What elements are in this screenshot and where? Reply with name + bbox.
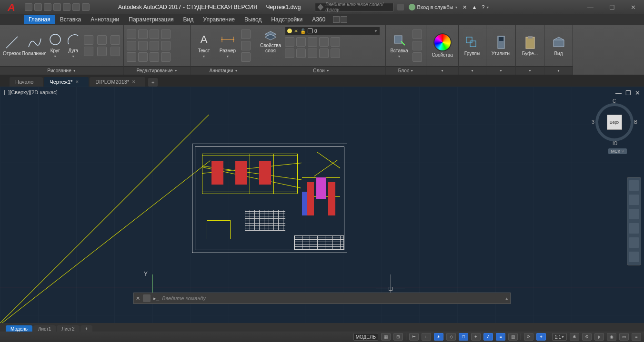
status-dyn-icon[interactable]: + (536, 333, 546, 341)
tool-region-icon[interactable] (111, 47, 120, 56)
tool-fillet-icon[interactable] (150, 41, 159, 50)
status-grid-icon[interactable]: ▦ (381, 333, 391, 341)
panel-utilities-title[interactable]: ▼ (486, 66, 515, 75)
qat-saveas-icon[interactable] (53, 3, 61, 11)
viewcube-west[interactable]: З (592, 119, 594, 125)
qat-open-icon[interactable] (34, 3, 42, 11)
drawing-area[interactable]: [–][Сверху][2D-каркас] — ❐ ✕ (0, 87, 644, 323)
tool-groups[interactable]: Группы (462, 35, 483, 56)
panel-clipboard-title[interactable]: ▼ (516, 66, 544, 75)
vp-minimize-icon[interactable]: — (615, 89, 622, 97)
tool-view-base[interactable]: Вид (548, 35, 569, 56)
tool-stretch-icon[interactable] (127, 52, 136, 62)
command-input[interactable]: Введите команду (162, 295, 503, 301)
status-ortho-icon[interactable]: ∟ (422, 333, 431, 341)
tab-a360[interactable]: A360 (307, 15, 330, 24)
status-clean-icon[interactable]: ▭ (619, 333, 629, 341)
app-menu-button[interactable]: A (2, 0, 21, 17)
tab-manage[interactable]: Управление (198, 15, 240, 24)
qat-redo-icon[interactable] (82, 3, 90, 11)
layer-off-icon[interactable] (285, 37, 294, 47)
status-scale[interactable]: 1:1 ▼ (552, 333, 567, 341)
tool-dimension[interactable]: Размер▼ (217, 32, 238, 59)
tool-create-block-icon[interactable] (413, 29, 422, 39)
tab-view[interactable]: Вид (179, 15, 199, 24)
tool-layer-properties[interactable]: Свойства слоя (260, 27, 281, 53)
tool-line[interactable]: Отрезок (3, 35, 21, 56)
qat-undo-icon[interactable] (72, 3, 80, 11)
panel-view-title[interactable]: ▼ (544, 66, 573, 75)
cmd-history-icon[interactable]: ▴ (505, 295, 508, 302)
qat-new-icon[interactable] (25, 3, 32, 11)
tab-addins[interactable]: Надстройки (266, 15, 307, 24)
tool-paste[interactable]: Буфе... (520, 35, 541, 56)
tool-circle[interactable]: Круг▼ (48, 32, 63, 59)
layer-lock-icon[interactable] (319, 37, 329, 47)
tool-insert-block[interactable]: Вставка▼ (389, 32, 410, 59)
status-lwt-icon[interactable]: ≡ (496, 333, 505, 341)
nav-pan-icon[interactable] (629, 195, 639, 205)
tab-featured-apps[interactable] (333, 16, 340, 23)
status-ws-icon[interactable]: ⚙ (582, 333, 592, 341)
tool-scale-icon[interactable] (138, 52, 148, 62)
tool-attr-icon[interactable] (413, 52, 422, 62)
layer-state-icon[interactable] (308, 49, 317, 58)
status-model-button[interactable]: МОДЕЛЬ (353, 333, 378, 341)
viewcube-south[interactable]: Ю (613, 141, 617, 146)
nav-showmotion-icon[interactable] (629, 237, 639, 248)
tool-rotate-icon[interactable] (138, 29, 148, 39)
a360-icon[interactable]: ▲ (472, 4, 477, 10)
tab-output[interactable]: Вывод (240, 15, 266, 24)
tab-minimize-ribbon[interactable] (341, 16, 347, 23)
tool-mirror-icon[interactable] (138, 41, 148, 50)
tool-arc[interactable]: Дуга▼ (66, 32, 81, 59)
layer-iso-icon[interactable] (296, 37, 306, 47)
tool-hatch-icon[interactable] (111, 35, 120, 45)
tool-edit-block-icon[interactable] (413, 41, 422, 50)
tool-properties[interactable]: Свойства (432, 33, 453, 58)
cmd-options-icon[interactable] (143, 294, 151, 302)
tool-polyline[interactable]: Полилиния (24, 35, 45, 56)
viewcube-east[interactable]: В (634, 119, 637, 125)
tool-ellipse-icon[interactable] (97, 35, 107, 45)
status-3dosnap-icon[interactable]: ✦ (471, 333, 481, 341)
status-hwaccel-icon[interactable]: ⏵ (594, 333, 604, 341)
nav-more-icon[interactable] (629, 252, 639, 262)
vp-close-icon[interactable]: ✕ (635, 89, 640, 97)
qat-save-icon[interactable] (44, 3, 51, 11)
status-otrack-icon[interactable]: ∠ (483, 333, 493, 341)
status-custom-icon[interactable]: ≡ (632, 333, 641, 341)
panel-draw-title[interactable]: Рисование▼ (0, 66, 123, 75)
signin-button[interactable]: Вход в службы▼ (409, 4, 458, 10)
viewcube-north[interactable]: С (613, 98, 616, 104)
cmd-close-icon[interactable]: ✕ (136, 295, 140, 302)
tool-point-icon[interactable] (97, 47, 107, 56)
tab-home[interactable]: Главная (24, 15, 55, 24)
tool-rect-icon[interactable] (84, 35, 93, 45)
status-polar-icon[interactable]: ✶ (434, 333, 443, 341)
tool-measure[interactable]: Утилиты (491, 35, 512, 56)
panel-block-title[interactable]: Блок▼ (386, 66, 426, 75)
nav-wheel-icon[interactable] (629, 180, 639, 191)
help-button[interactable]: ? ▼ (482, 4, 489, 10)
panel-properties-title[interactable]: ▼ (426, 66, 458, 75)
layer-match-icon[interactable] (285, 49, 294, 58)
close-button[interactable]: ✕ (623, 0, 644, 14)
nav-zoom-icon[interactable] (629, 209, 639, 219)
layer-dropdown[interactable]: ☀ 🔓 0 ▼ (285, 27, 380, 35)
new-file-tab-button[interactable]: + (148, 78, 158, 87)
tool-text[interactable]: AТекст▼ (193, 32, 214, 59)
tool-move-icon[interactable] (127, 29, 136, 39)
tool-mtext-icon[interactable] (241, 52, 251, 62)
status-osnap-icon[interactable]: □ (459, 333, 468, 341)
tool-trim-icon[interactable] (150, 29, 159, 39)
status-cycle-icon[interactable]: ⟳ (524, 333, 533, 341)
tool-array-icon[interactable] (150, 52, 159, 62)
command-line[interactable]: ✕ ▸_ Введите команду ▴ (133, 293, 511, 304)
infocenter-search[interactable]: Введите ключевое слово/фразу (315, 3, 393, 11)
tool-table-icon[interactable] (241, 41, 251, 50)
tool-explode-icon[interactable] (161, 41, 171, 50)
layer-prev-icon[interactable] (296, 49, 306, 58)
layer-walk-icon[interactable] (331, 49, 340, 58)
tool-copy-icon[interactable] (127, 41, 136, 50)
